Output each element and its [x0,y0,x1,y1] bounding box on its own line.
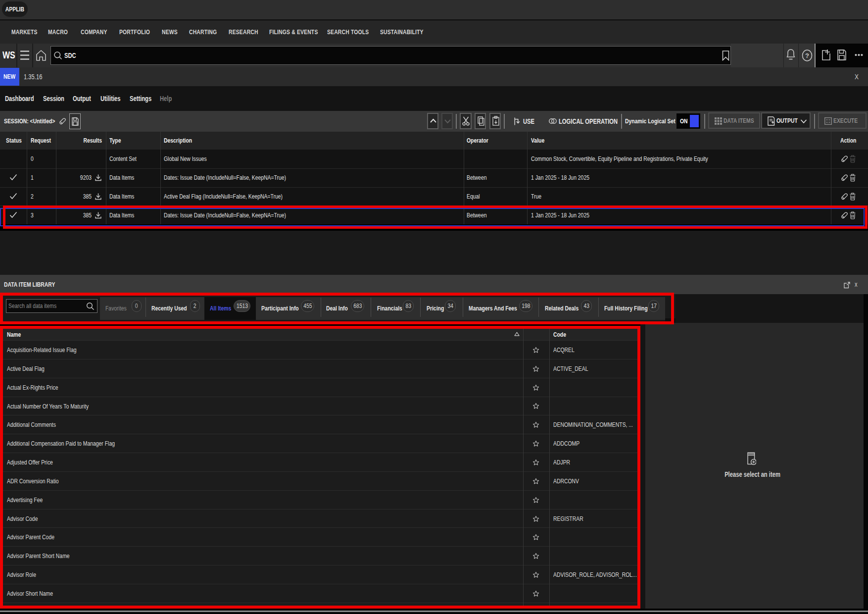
svg-text:?: ? [805,52,809,59]
